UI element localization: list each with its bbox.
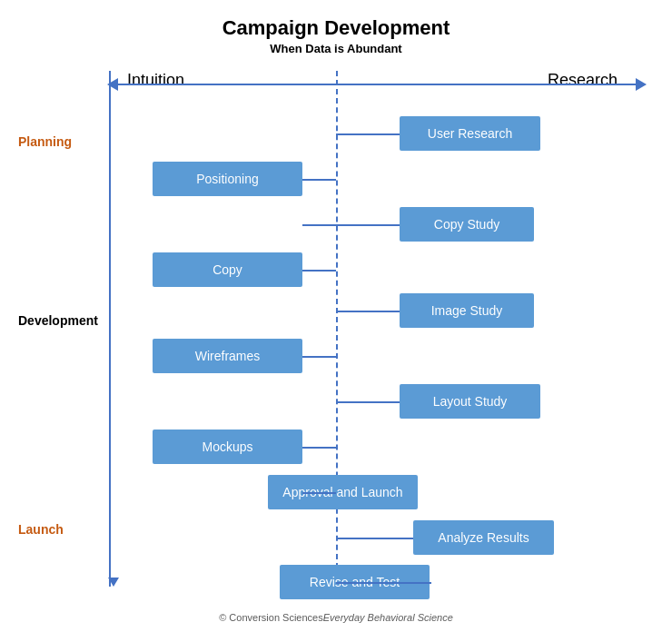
arrow-down-icon: [108, 578, 119, 587]
conn-copy: [302, 270, 336, 272]
axis-line-container: [109, 71, 645, 98]
box-positioning: Positioning: [153, 162, 302, 196]
chart-subtitle: When Data is Abundant: [0, 42, 672, 55]
chart-container: Campaign Development When Data is Abunda…: [0, 0, 672, 632]
conn-mockups: [302, 447, 336, 449]
box-copy-study: Copy Study: [400, 207, 534, 242]
chart-title: Campaign Development: [0, 0, 672, 40]
arrow-right-icon: [636, 78, 647, 91]
conn-positioning: [302, 179, 336, 181]
vertical-axis-line: [109, 71, 111, 587]
footer: © Conversion SciencesEveryday Behavioral…: [0, 612, 672, 623]
conn-approval: [302, 492, 336, 494]
conn-copy-study: [302, 224, 400, 226]
axis-line: [109, 84, 645, 85]
box-user-research: User Research: [400, 116, 540, 151]
conn-analyze: [336, 538, 413, 539]
phase-label-development: Development: [18, 313, 98, 328]
phase-label-planning: Planning: [18, 134, 72, 149]
phase-label-launch: Launch: [18, 522, 64, 537]
box-copy: Copy: [153, 252, 302, 287]
footer-tagline: Everyday Behavioral Science: [323, 612, 453, 623]
conn-layout-study: [336, 401, 400, 403]
conn-user-research: [336, 133, 400, 135]
box-approval-launch: Approval and Launch: [268, 475, 418, 509]
box-mockups: Mockups: [153, 430, 302, 464]
conn-revise: [336, 582, 431, 584]
conn-wireframes: [302, 356, 336, 358]
box-wireframes: Wireframes: [153, 339, 302, 373]
conn-image-study: [336, 311, 400, 312]
box-layout-study: Layout Study: [400, 384, 540, 419]
footer-copyright: © Conversion Sciences: [219, 612, 323, 623]
box-image-study: Image Study: [400, 293, 534, 328]
box-analyze-results: Analyze Results: [413, 520, 554, 555]
